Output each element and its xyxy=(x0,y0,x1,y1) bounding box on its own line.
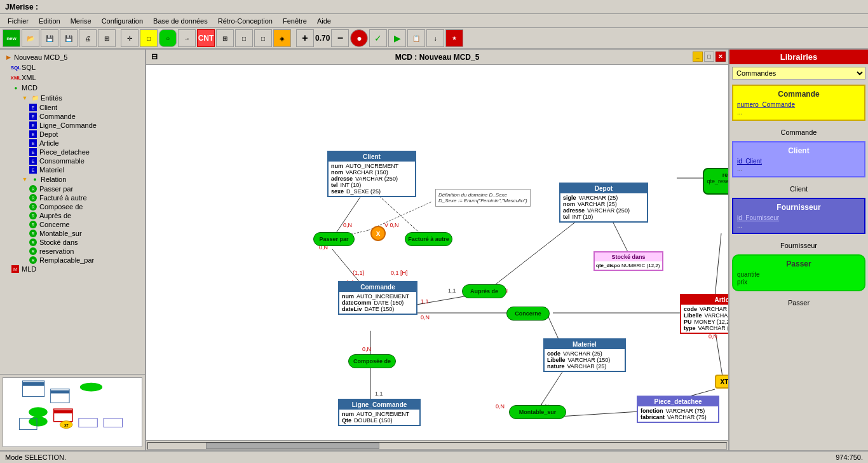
table-button[interactable]: ⊞ xyxy=(216,29,234,47)
ellipse-button[interactable]: ○ xyxy=(159,29,177,47)
tree-mcd[interactable]: ● MCD xyxy=(3,83,142,93)
relation-reservation[interactable]: reservation qte_reservee NUMERIC (12,2) xyxy=(703,168,728,195)
entity-commande-body: numAUTO_INCREMENT dateCommDATE (150) dat… xyxy=(339,292,416,314)
tree-entity-client-label: Client xyxy=(39,104,57,111)
menu-retro-conception[interactable]: Rétro-Conception xyxy=(213,17,278,25)
entity-materiel[interactable]: Materiel codeVARCHAR (25) LibelleVARCHAR… xyxy=(543,338,626,372)
relation-concerne-label: Concerne xyxy=(515,310,541,317)
entity-depot[interactable]: Depot sigleVARCHAR (25) nomVARCHAR (25) … xyxy=(559,183,648,223)
lib-card-client[interactable]: Client id_Client ... xyxy=(732,141,865,177)
svg-point-7 xyxy=(29,417,47,427)
tree-mld[interactable]: M MLD xyxy=(3,265,142,273)
tree-entity-materiel[interactable]: E Materiel xyxy=(3,165,142,174)
tree-xml-label: XML xyxy=(22,74,36,81)
tree-entity-article[interactable]: E Article xyxy=(3,139,142,148)
check-button[interactable]: ✓ xyxy=(369,29,387,47)
canvas-close-button[interactable]: ✕ xyxy=(715,52,726,62)
zoom-out-button[interactable]: − xyxy=(331,29,349,47)
play-button[interactable]: ▶ xyxy=(388,29,406,47)
libraries-dropdown[interactable]: Commandes xyxy=(732,67,865,79)
tree-sql[interactable]: SQL SQL xyxy=(3,62,142,73)
tree-relation-composee[interactable]: R Composee de xyxy=(3,202,142,211)
mcd-canvas[interactable]: original remplaçant 0,N V 0,N 0,N 1,1 (1… xyxy=(146,65,728,440)
open-button[interactable]: 📂 xyxy=(22,29,39,47)
tree-relation-montable[interactable]: R Montable_sur xyxy=(3,229,142,238)
svg-text:0,N: 0,N xyxy=(343,222,352,228)
save-button[interactable]: 💾 xyxy=(41,29,58,47)
grid-button[interactable]: ⊞ xyxy=(98,29,116,47)
canvas-wrapper: ⊟ MCD : Nouveau MCD_5 _ □ ✕ xyxy=(146,50,728,450)
menu-bar: Fichier Edition Merise Configuration Bas… xyxy=(0,14,868,28)
svg-rect-1 xyxy=(22,382,44,386)
menu-aide[interactable]: Aide xyxy=(312,17,336,25)
tree-entity-ligne[interactable]: E Ligne_Commande xyxy=(3,121,142,130)
lib-card-fournisseur[interactable]: Fournisseur id_Fournisseur ... xyxy=(732,198,865,234)
canvas-maximize-button[interactable]: □ xyxy=(704,52,714,62)
tree-relation-facture[interactable]: R Facturé à autre xyxy=(3,193,142,202)
svg-text:0,1 [H]: 0,1 [H] xyxy=(391,270,408,276)
canvas-horizontal-scroll[interactable] xyxy=(146,440,728,450)
tree-xml[interactable]: XML XML xyxy=(3,73,142,83)
tree-relation-concerne[interactable]: R Concerne xyxy=(3,220,142,229)
rect2-button[interactable]: □ xyxy=(235,29,253,47)
relation-montable[interactable]: Montable_sur xyxy=(509,405,566,419)
entity-client[interactable]: Client numAUTO_INCREMENT nomVARCHAR (150… xyxy=(327,151,416,197)
svg-rect-11 xyxy=(79,418,97,427)
entity-article[interactable]: Article codeVARCHAR (25) LibelleVARCHAR … xyxy=(680,294,728,334)
svg-rect-12 xyxy=(104,418,122,427)
relation-concerne[interactable]: Concerne xyxy=(506,307,550,321)
rect-button[interactable]: □ xyxy=(140,29,158,47)
lib-card-passer[interactable]: Passer quantite prix xyxy=(732,254,865,291)
tree-entity-commande[interactable]: E Commande xyxy=(3,112,142,121)
tree-relation-remplacable[interactable]: R Remplacable_par xyxy=(3,256,142,265)
svg-text:1,1: 1,1 xyxy=(421,298,429,305)
svg-text:0,N: 0,N xyxy=(709,333,717,340)
move-button[interactable]: ✛ xyxy=(121,29,139,47)
tree-relation-aupres[interactable]: R Auprès de xyxy=(3,211,142,220)
entity-piece-detachee[interactable]: Piece_detachee fonctionVARCHAR (75) fabr… xyxy=(637,396,719,423)
tree-relation-group[interactable]: ▼ ● Relation xyxy=(3,174,142,184)
tree-relation-composee-label: Composee de xyxy=(39,203,83,211)
menu-fichier[interactable]: Fichier xyxy=(3,17,34,25)
relation-aupres[interactable]: Auprès de xyxy=(462,284,506,298)
menu-edition[interactable]: Edition xyxy=(34,17,65,25)
tree-entity-client[interactable]: E Client xyxy=(3,103,142,112)
tree-entity-consommable-label: Consommable xyxy=(39,157,85,165)
menu-base-de-donnees[interactable]: Base de données xyxy=(148,17,213,25)
menu-fenetre[interactable]: Fenêtre xyxy=(278,17,312,25)
entity-article-header: Article xyxy=(681,295,728,305)
menu-configuration[interactable]: Configuration xyxy=(97,17,148,25)
tree-relation-stocke[interactable]: R Stocké dans xyxy=(3,238,142,247)
entity-commande[interactable]: Commande numAUTO_INCREMENT dateCommDATE … xyxy=(338,281,417,315)
tree-entites-group[interactable]: ▼ 📁 Entités xyxy=(3,93,142,103)
tree-entity-piece[interactable]: E Piece_detachee xyxy=(3,148,142,156)
special-button[interactable]: ★ xyxy=(445,29,463,47)
report-button[interactable]: 📋 xyxy=(407,29,425,47)
zoom-in-button[interactable]: + xyxy=(296,29,314,47)
save-as-button[interactable]: 💾 xyxy=(60,29,78,47)
arrow-button[interactable]: → xyxy=(178,29,196,47)
print-button[interactable]: 🖨 xyxy=(79,29,97,47)
canvas-minimize-button[interactable]: _ xyxy=(693,52,703,62)
tree-relation-reservation[interactable]: R reservation xyxy=(3,247,142,256)
relation-composee[interactable]: Composée de xyxy=(348,354,396,368)
export-button[interactable]: ↓ xyxy=(426,29,444,47)
tree-entity-ligne-label: Ligne_Commande xyxy=(39,121,97,129)
stop-button[interactable]: ● xyxy=(350,29,368,47)
tree-relation-passer[interactable]: R Passer par xyxy=(3,184,142,193)
color-button[interactable]: ◈ xyxy=(273,29,291,47)
preview-box[interactable]: XT xyxy=(3,377,142,447)
entity-depot-body: sigleVARCHAR (25) nomVARCHAR (25) adress… xyxy=(560,193,647,221)
libraries-select[interactable]: Commandes xyxy=(732,67,865,79)
tree-root[interactable]: ▶ Nouveau MCD_5 xyxy=(3,52,142,62)
menu-merise[interactable]: Merise xyxy=(65,17,97,25)
new-button[interactable]: new xyxy=(3,29,20,47)
entity-ligne-commande[interactable]: Ligne_Commande numAUTO_INCREMENT QteDOUB… xyxy=(338,399,421,426)
relation-passer-par[interactable]: Passer par xyxy=(313,232,355,246)
lib-card-commande[interactable]: Commande numero_Commande ... xyxy=(732,85,865,121)
relation-facture[interactable]: Facturé à autre xyxy=(405,232,452,246)
cnt-button[interactable]: CNT xyxy=(197,29,215,47)
tree-entity-consommable[interactable]: E Consommable xyxy=(3,156,142,165)
rect3-button[interactable]: □ xyxy=(254,29,272,47)
tree-entity-depot[interactable]: E Depot xyxy=(3,130,142,139)
